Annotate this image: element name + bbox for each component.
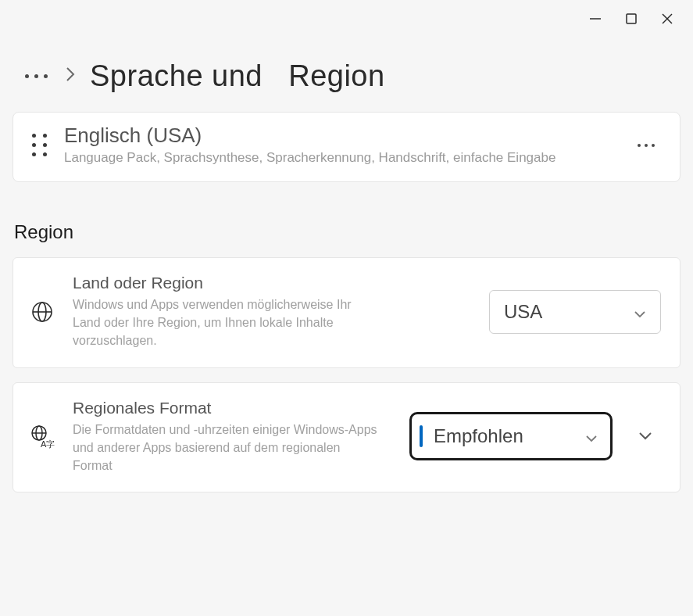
globe-language-icon: A字	[29, 424, 55, 449]
language-item-description: Language Pack, Sprachsynthese, Spracherk…	[64, 149, 614, 167]
regional-format-setting: A字 Regionales Format Die Formatdaten und…	[13, 382, 680, 493]
regional-format-value: Empfohlen	[434, 425, 585, 447]
maximize-button[interactable]	[613, 3, 649, 34]
regional-format-title: Regionales Format	[73, 399, 392, 417]
region-section-header: Region	[14, 221, 680, 243]
minimize-icon	[588, 12, 602, 26]
language-item-title: Englisch (USA)	[64, 124, 614, 148]
regional-format-description: Die Formatdaten und -uhrzeiten einiger W…	[73, 421, 377, 475]
globe-icon	[29, 300, 55, 324]
country-region-title: Land oder Region	[73, 274, 472, 292]
close-icon	[660, 12, 674, 26]
regional-format-body: Regionales Format Die Formatdaten und -u…	[73, 399, 392, 475]
country-region-description: Windows und Apps verwenden möglicherweis…	[73, 295, 377, 350]
chevron-down-icon	[638, 431, 653, 440]
language-item-english-usa[interactable]: Englisch (USA) Language Pack, Sprachsynt…	[13, 112, 680, 182]
drag-handle-icon[interactable]	[32, 134, 47, 156]
language-item-more-button[interactable]	[631, 138, 661, 153]
language-item-body: Englisch (USA) Language Pack, Sprachsynt…	[64, 124, 614, 167]
chevron-right-icon	[65, 66, 76, 88]
expand-button[interactable]	[630, 423, 661, 449]
maximize-icon	[625, 13, 638, 25]
svg-text:A字: A字	[41, 439, 55, 449]
breadcrumb-overflow-button[interactable]	[22, 71, 51, 81]
country-region-value: USA	[504, 301, 542, 323]
country-region-dropdown[interactable]: USA	[489, 290, 661, 334]
breadcrumb: Sprache und Region	[0, 38, 693, 112]
chevron-down-icon	[585, 425, 598, 447]
focus-accent	[420, 425, 423, 447]
page-title: Sprache und Region	[90, 59, 385, 93]
svg-rect-1	[627, 14, 636, 23]
minimize-button[interactable]	[577, 3, 613, 34]
country-region-body: Land oder Region Windows und Apps verwen…	[73, 274, 472, 350]
window-titlebar	[0, 0, 693, 38]
regional-format-dropdown[interactable]: Empfohlen	[409, 412, 613, 460]
country-region-setting: Land oder Region Windows und Apps verwen…	[13, 257, 680, 368]
chevron-down-icon	[634, 301, 646, 323]
close-button[interactable]	[649, 3, 685, 34]
